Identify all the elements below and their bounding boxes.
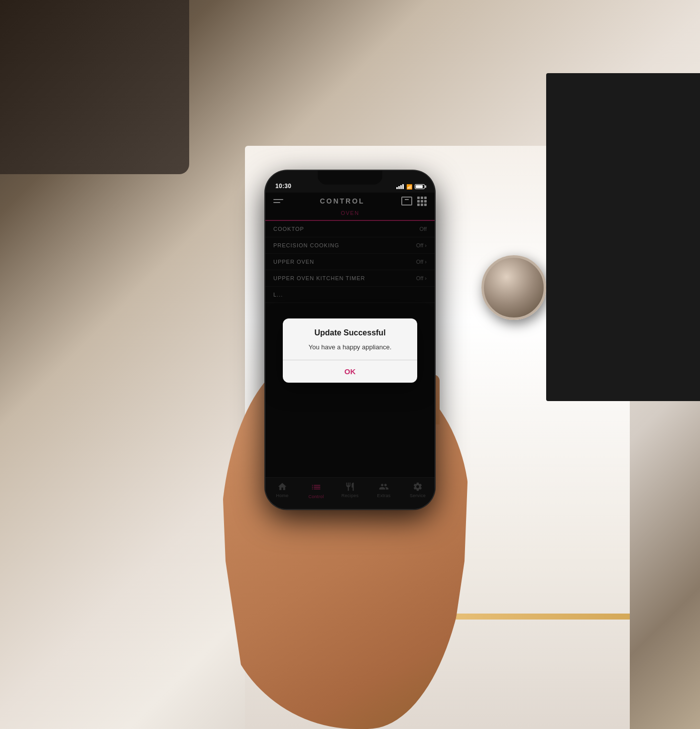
phone-notch <box>318 171 382 185</box>
status-time: 10:30 <box>275 183 291 190</box>
dialog-box: Update Successful You have a happy appli… <box>283 318 417 383</box>
dialog-ok-button[interactable]: OK <box>283 360 417 383</box>
dialog-title: Update Successful <box>293 328 407 337</box>
status-icons: 📶 <box>396 184 425 190</box>
phone: 10:30 📶 <box>265 171 435 509</box>
dialog-overlay: Update Successful You have a happy appli… <box>265 193 435 509</box>
signal-icon <box>396 184 404 189</box>
app-screen: CONTROL OVEN <box>265 193 435 509</box>
wifi-icon: 📶 <box>406 184 412 190</box>
battery-icon <box>415 184 425 189</box>
dialog-message: You have a happy appliance. <box>293 342 407 352</box>
dialog-content: Update Successful You have a happy appli… <box>283 318 417 360</box>
